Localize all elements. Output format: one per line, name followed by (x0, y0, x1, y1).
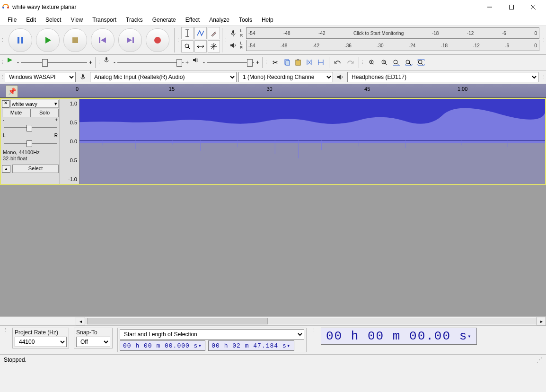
menu-effect[interactable]: Effect (181, 16, 204, 24)
svg-marker-28 (8, 58, 12, 62)
playback-speed-slider[interactable] (21, 59, 87, 66)
close-button[interactable] (522, 0, 544, 14)
selection-tool[interactable] (181, 27, 194, 39)
snap-to-select[interactable]: Off (76, 337, 110, 347)
svg-rect-9 (72, 37, 78, 43)
grip-icon[interactable]: ⋮ (0, 55, 5, 70)
chevron-down-icon: ▾ (54, 101, 57, 107)
recording-meter[interactable]: -54 -48 -42 Click to Start Monitoring -1… (246, 27, 539, 39)
recording-volume-slider[interactable] (117, 59, 184, 66)
grip-icon[interactable]: ⋮ (97, 55, 101, 70)
zoom-out-button[interactable] (379, 57, 389, 68)
app-logo-icon (2, 3, 9, 11)
grip-icon[interactable]: ⋮ (3, 328, 8, 332)
multi-tool[interactable] (208, 40, 220, 52)
svg-point-0 (2, 7, 4, 9)
menu-select[interactable]: Select (41, 16, 66, 24)
menu-edit[interactable]: Edit (21, 16, 41, 24)
track-collapse-button[interactable]: ▲ (2, 165, 10, 173)
timeshift-tool[interactable] (194, 40, 207, 52)
zoom-in-button[interactable] (367, 57, 377, 68)
audio-position-time[interactable]: 00 h 00 m 00.00 s▾ (321, 328, 477, 345)
menu-help[interactable]: Help (257, 16, 278, 24)
paste-button[interactable] (293, 57, 303, 68)
track-pan-slider[interactable] (4, 140, 57, 147)
undo-button[interactable] (332, 57, 343, 68)
play-at-speed-button[interactable] (5, 55, 15, 65)
grip-icon[interactable]: ⋮ (0, 26, 5, 54)
menu-transport[interactable]: Transport (88, 16, 121, 24)
horizontal-scrollbar[interactable]: ◂ ▸ (0, 316, 546, 325)
maximize-button[interactable] (501, 0, 522, 14)
fit-project-button[interactable] (404, 57, 414, 68)
copy-button[interactable] (282, 57, 292, 68)
zoom-toggle-button[interactable] (416, 57, 426, 68)
stop-button[interactable] (63, 28, 87, 52)
svg-rect-13 (132, 37, 134, 43)
snap-to-label: Snap-To (76, 329, 110, 336)
zoom-tool[interactable] (181, 40, 194, 52)
redo-button[interactable] (345, 57, 356, 68)
grip-icon[interactable]: ⋮ (223, 26, 228, 54)
track-close-button[interactable]: ✕ (2, 100, 9, 108)
grip-icon[interactable]: ⋮ (311, 328, 316, 332)
menu-view[interactable]: View (66, 16, 88, 24)
grip-icon[interactable]: ⋮ (176, 26, 180, 54)
svg-point-1 (7, 7, 9, 9)
playback-volume-slider[interactable] (207, 59, 254, 66)
minimize-button[interactable] (479, 0, 501, 14)
selection-mode-select[interactable]: Start and Length of Selection (120, 329, 304, 340)
scroll-left-button[interactable]: ◂ (76, 317, 85, 325)
grip-icon[interactable]: ⋮ (541, 26, 546, 54)
waveform-display[interactable] (79, 99, 545, 184)
grip-icon[interactable]: ⋮ (541, 75, 546, 79)
recording-channels-select[interactable]: 1 (Mono) Recording Channe (238, 72, 333, 82)
recording-device-select[interactable]: Analog Mic Input (Realtek(R) Audio) (90, 72, 237, 82)
menu-tools[interactable]: Tools (234, 16, 257, 24)
envelope-tool[interactable] (194, 27, 207, 39)
speaker-icon (335, 72, 345, 82)
timeline-ruler[interactable]: 📌 0 15 30 45 1:00 (0, 84, 546, 98)
fit-selection-button[interactable] (391, 57, 402, 68)
track-name-dropdown[interactable]: white wavy▾ (10, 100, 59, 108)
pause-button[interactable] (9, 28, 32, 52)
rec-meter-l: L (238, 28, 244, 33)
skip-start-button[interactable] (91, 28, 114, 52)
svg-marker-8 (45, 37, 51, 44)
tracks-empty-area[interactable] (0, 185, 546, 316)
draw-tool[interactable] (208, 27, 220, 39)
silence-button[interactable] (316, 57, 326, 68)
vertical-scale[interactable]: 1.0 0.5 0.0 -0.5 -1.0 (60, 99, 79, 184)
menu-analyze[interactable]: Analyze (204, 16, 234, 24)
grip-icon[interactable]: ⋮ (264, 55, 268, 70)
skip-end-button[interactable] (118, 28, 142, 52)
selection-length-time[interactable]: 00 h 02 m 47.184 s▾ (208, 340, 294, 351)
pin-button[interactable]: 📌 (6, 85, 18, 97)
track-gain-slider[interactable] (4, 124, 57, 131)
play-button[interactable] (36, 28, 60, 52)
trim-button[interactable] (304, 57, 315, 68)
scrollbar-track[interactable] (85, 318, 537, 324)
mic-icon[interactable] (228, 28, 238, 38)
audio-host-select[interactable]: Windows WASAPI (5, 72, 76, 82)
scroll-right-button[interactable]: ▸ (537, 317, 546, 325)
cut-button[interactable]: ✂ (270, 57, 281, 68)
menu-generate[interactable]: Generate (148, 16, 181, 24)
mute-button[interactable]: Mute (2, 109, 30, 117)
scrollbar-thumb[interactable] (87, 318, 268, 324)
solo-button[interactable]: Solo (30, 109, 59, 117)
project-rate-select[interactable]: 44100 (15, 337, 67, 347)
menu-file[interactable]: File (3, 16, 21, 24)
grip-icon[interactable]: ⋮ (0, 75, 5, 79)
selection-start-time[interactable]: 00 h 00 m 00.000 s▾ (120, 340, 205, 351)
playback-meter[interactable]: -54 -48 -42 -36 -30 -24 -18 -12 -6 0 (246, 40, 539, 51)
title-bar: white wavy texture planar (0, 0, 546, 14)
menu-tracks[interactable]: Tracks (121, 16, 148, 24)
resize-grip-icon[interactable]: ⋰ (537, 357, 542, 363)
playback-device-select[interactable]: Headphones (ED117) (347, 72, 538, 82)
svg-line-19 (188, 47, 190, 49)
track-select-button[interactable]: Select (12, 165, 59, 173)
speaker-icon[interactable] (228, 40, 238, 51)
grip-icon[interactable]: ⋮ (360, 55, 365, 70)
record-button[interactable] (146, 28, 169, 52)
